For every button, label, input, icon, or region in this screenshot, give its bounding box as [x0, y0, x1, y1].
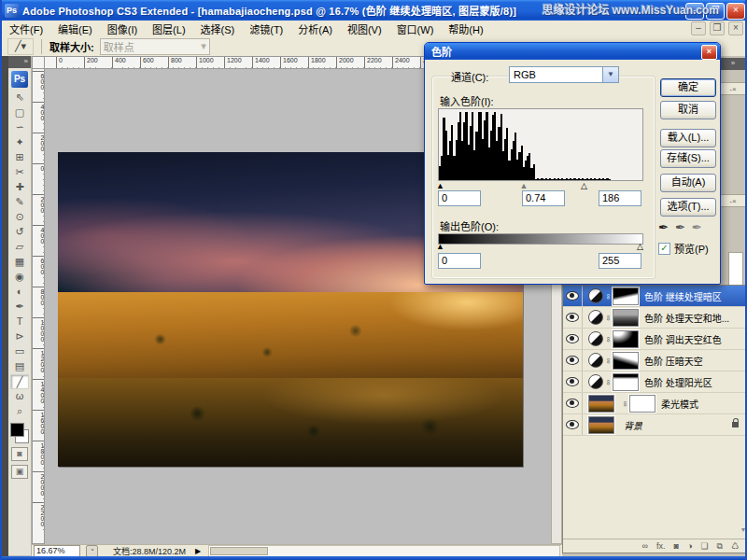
layer-name[interactable]: 色阶 处理天空和地...: [644, 311, 729, 325]
output-shadow-slider[interactable]: ▲: [436, 243, 444, 251]
zoom-tool-icon[interactable]: ⌕: [10, 404, 29, 419]
load-button[interactable]: 载入(L)...: [660, 129, 716, 147]
menu-item-5[interactable]: 滤镜(T): [242, 21, 290, 37]
layer-mask-thumbnail[interactable]: [613, 373, 639, 391]
layer-row-3[interactable]: ∞色阶 压暗天空: [563, 350, 747, 371]
screen-mode-button[interactable]: ▣: [11, 465, 28, 479]
save-button[interactable]: 存储(S)...: [660, 149, 716, 168]
dialog-close-button[interactable]: ×: [701, 45, 717, 60]
layer-mask-thumbnail[interactable]: [613, 309, 639, 327]
hidden-panel-header[interactable]: -×: [719, 82, 747, 95]
sample-size-select[interactable]: 取样点 ▾: [100, 38, 210, 55]
vertical-ruler[interactable]: 6004002000200400600800100012001400160018…: [32, 69, 45, 544]
dock-collapse-icon[interactable]: »: [719, 58, 747, 70]
layer-mask-thumbnail[interactable]: [613, 352, 639, 370]
slice-tool-icon[interactable]: ✂: [10, 165, 29, 180]
new-layer-icon[interactable]: ⧉: [716, 541, 722, 552]
type-tool-icon[interactable]: T: [10, 315, 29, 329]
eraser-tool-icon[interactable]: ▱: [10, 240, 29, 255]
adjustment-layer-icon[interactable]: [588, 331, 603, 346]
blur-tool-icon[interactable]: ◉: [10, 270, 29, 285]
adjustment-layer-icon[interactable]: ◑: [687, 541, 692, 551]
ruler-origin[interactable]: [32, 56, 45, 69]
adjustment-layer-icon[interactable]: [588, 374, 603, 389]
doc-control-1[interactable]: ❐: [710, 21, 725, 35]
menu-item-2[interactable]: 图像(I): [100, 21, 145, 37]
layer-row-2[interactable]: ∞色阶 调出天空红色: [563, 329, 747, 350]
layer-row-0[interactable]: ∞色阶 继续处理暗区: [563, 286, 747, 307]
input-gamma-field[interactable]: 0.74: [522, 190, 565, 206]
menu-item-3[interactable]: 图层(L): [145, 21, 192, 37]
eye-icon[interactable]: [566, 399, 579, 408]
eye-icon[interactable]: [566, 334, 579, 343]
layer-name[interactable]: 色阶 继续处理暗区: [644, 289, 722, 303]
doc-control-0[interactable]: –: [691, 21, 706, 35]
output-highlight-field[interactable]: 255: [599, 253, 641, 269]
layer-thumbnail[interactable]: [588, 416, 614, 434]
cancel-button[interactable]: 取消: [660, 101, 716, 119]
notes-tool-icon[interactable]: ▤: [10, 359, 29, 374]
input-shadow-field[interactable]: 0: [438, 190, 481, 206]
input-gamma-slider[interactable]: ▲: [520, 182, 529, 190]
eye-icon[interactable]: [566, 291, 579, 301]
dodge-tool-icon[interactable]: ◐: [10, 285, 29, 300]
auto-button[interactable]: 自动(A): [660, 174, 716, 192]
shape-tool-icon[interactable]: ▭: [10, 344, 29, 359]
healing-brush-tool-icon[interactable]: ✚: [10, 180, 29, 195]
eye-icon[interactable]: [566, 313, 579, 322]
layer-name[interactable]: 背景: [624, 418, 642, 432]
hand-tool-icon[interactable]: ω: [10, 389, 29, 404]
layer-mask-thumbnail[interactable]: [613, 287, 639, 305]
menu-item-7[interactable]: 视图(V): [340, 21, 389, 37]
input-shadow-slider[interactable]: ▲: [436, 182, 444, 190]
gradient-tool-icon[interactable]: ▦: [10, 255, 29, 270]
layer-visibility-cell[interactable]: [563, 414, 583, 435]
toolbox-collapse-icon[interactable]: »: [8, 56, 31, 68]
doc-control-2[interactable]: ×: [728, 21, 743, 35]
path-select-tool-icon[interactable]: ⊳: [10, 329, 29, 344]
menu-item-1[interactable]: 编辑(E): [50, 21, 100, 37]
adjustment-layer-icon[interactable]: [588, 310, 603, 325]
menu-item-0[interactable]: 文件(F): [2, 21, 50, 37]
layer-visibility-cell[interactable]: [563, 393, 583, 413]
eye-icon[interactable]: [566, 356, 579, 365]
layer-row-5[interactable]: ∞柔光模式: [563, 393, 747, 414]
ok-button[interactable]: 确定: [660, 78, 716, 97]
lasso-tool-icon[interactable]: ∽: [10, 120, 29, 135]
menu-item-8[interactable]: 窗口(W): [389, 21, 442, 37]
history-brush-tool-icon[interactable]: ↺: [10, 225, 29, 240]
menu-item-6[interactable]: 分析(A): [290, 21, 340, 37]
scroll-thumb[interactable]: [210, 547, 268, 555]
eyedropper-tool-preset[interactable]: ╱▾: [7, 38, 34, 55]
layer-visibility-cell[interactable]: [563, 371, 583, 392]
pen-tool-icon[interactable]: ✒: [10, 300, 29, 315]
options-button[interactable]: 选项(T)...: [660, 198, 716, 217]
black-point-eyedropper-icon[interactable]: ✒: [658, 220, 669, 234]
layer-mask-thumbnail[interactable]: [629, 395, 655, 413]
crop-tool-icon[interactable]: ⊞: [10, 150, 29, 165]
adjustment-layer-icon[interactable]: [588, 288, 603, 303]
adjustment-layer-icon[interactable]: [588, 353, 603, 368]
clone-stamp-tool-icon[interactable]: ⊙: [10, 210, 29, 225]
layer-name[interactable]: 色阶 调出天空红色: [644, 332, 722, 346]
status-flyout-arrow[interactable]: ▶: [195, 547, 201, 555]
foreground-color-swatch[interactable]: [10, 423, 24, 437]
layer-visibility-cell[interactable]: [563, 350, 583, 371]
input-highlight-field[interactable]: 186: [599, 190, 641, 206]
add-mask-icon[interactable]: ◙: [674, 541, 679, 551]
layer-visibility-cell[interactable]: [563, 286, 583, 306]
quick-selection-tool-icon[interactable]: ✦: [10, 135, 29, 150]
brush-tool-icon[interactable]: ✎: [10, 195, 29, 210]
layer-row-6[interactable]: 背景: [563, 414, 747, 436]
new-group-icon[interactable]: ❏: [700, 541, 708, 551]
layer-thumbnail[interactable]: [588, 395, 614, 413]
eye-icon[interactable]: [566, 420, 579, 429]
channel-select[interactable]: RGB ▼: [509, 66, 619, 83]
white-point-eyedropper-icon[interactable]: ✒: [692, 220, 702, 234]
menu-item-4[interactable]: 选择(S): [193, 21, 243, 37]
delete-layer-icon[interactable]: ♺: [731, 541, 739, 551]
output-shadow-field[interactable]: 0: [438, 253, 481, 269]
marquee-tool-icon[interactable]: ▢: [10, 105, 29, 120]
hidden-panel-header[interactable]: -×: [719, 194, 747, 207]
eye-icon[interactable]: [566, 377, 579, 386]
